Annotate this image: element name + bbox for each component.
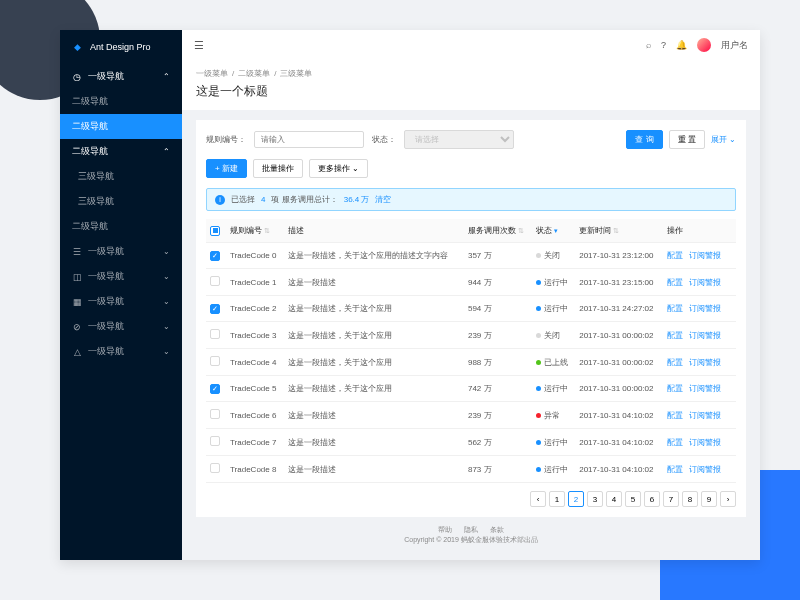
subscribe-link[interactable]: 订阅警报 [689,358,721,367]
sidebar-item-label: 二级导航 [72,145,108,158]
filter-bar: 规则编号： 状态： 请选择 查 询 重 置 展开 ⌄ [206,130,736,149]
cell-desc: 这是一段描述，关于这个应用的描述文字内容 [284,243,464,269]
cell-desc: 这是一段描述，关于这个应用 [284,376,464,402]
sidebar-item[interactable]: 二级导航 [60,114,182,139]
sidebar-item[interactable]: ◷一级导航⌃ [60,64,182,89]
table-row: TradeCode 6 这是一段描述 239 万 异常 2017-10-31 0… [206,402,736,429]
sidebar-item[interactable]: 三级导航 [60,164,182,189]
cell-status: 运行中 [532,456,575,483]
content: 规则编号： 状态： 请选择 查 询 重 置 展开 ⌄ + 新建 批量操作 更多操… [182,110,760,560]
clear-selection-link[interactable]: 清空 [375,194,391,205]
config-link[interactable]: 配置 [667,465,683,474]
nav-icon: ☰ [72,247,82,257]
sidebar-item[interactable]: ☰一级导航⌄ [60,239,182,264]
config-link[interactable]: 配置 [667,358,683,367]
breadcrumb-item[interactable]: 二级菜单 [238,69,270,78]
config-link[interactable]: 配置 [667,331,683,340]
menu-toggle-icon[interactable]: ☰ [194,39,204,52]
table-row: ✓ TradeCode 0 这是一段描述，关于这个应用的描述文字内容 357 万… [206,243,736,269]
expand-link[interactable]: 展开 ⌄ [711,134,736,145]
pager-page[interactable]: 8 [682,491,698,507]
sidebar-item[interactable]: 二级导航⌃ [60,139,182,164]
search-icon[interactable]: ⌕ [646,40,651,50]
row-checkbox[interactable] [210,276,220,286]
config-link[interactable]: 配置 [667,411,683,420]
new-button[interactable]: + 新建 [206,159,247,178]
breadcrumb-item[interactable]: 一级菜单 [196,69,228,78]
filter-status-select[interactable]: 请选择 [404,130,514,149]
sidebar-item[interactable]: 二级导航 [60,89,182,114]
bell-icon[interactable]: 🔔 [676,40,687,50]
pager-page[interactable]: 2 [568,491,584,507]
sort-icon[interactable]: ⇅ [264,227,270,234]
pager-page[interactable]: 1 [549,491,565,507]
select-all-checkbox[interactable] [210,226,220,236]
pager-page[interactable]: 6 [644,491,660,507]
sidebar-item[interactable]: ▦一级导航⌄ [60,289,182,314]
sidebar-item[interactable]: △一级导航⌄ [60,339,182,364]
row-checkbox[interactable]: ✓ [210,251,220,261]
subscribe-link[interactable]: 订阅警报 [689,278,721,287]
subscribe-link[interactable]: 订阅警报 [689,384,721,393]
breadcrumb-item[interactable]: 三级菜单 [280,69,312,78]
sidebar-item[interactable]: 三级导航 [60,189,182,214]
pager-page[interactable]: 3 [587,491,603,507]
config-link[interactable]: 配置 [667,438,683,447]
nav-icon: ▦ [72,297,82,307]
row-checkbox[interactable] [210,356,220,366]
sort-icon[interactable]: ⇅ [518,227,524,234]
sidebar-item[interactable]: ◫一级导航⌄ [60,264,182,289]
sidebar-item[interactable]: ⊘一级导航⌄ [60,314,182,339]
table-row: ✓ TradeCode 2 这是一段描述，关于这个应用 594 万 运行中 20… [206,296,736,322]
bulk-button[interactable]: 批量操作 [253,159,303,178]
chevron-icon: ⌄ [163,322,170,331]
row-checkbox[interactable] [210,409,220,419]
config-link[interactable]: 配置 [667,304,683,313]
cell-ops: 配置订阅警报 [663,376,736,402]
row-checkbox[interactable]: ✓ [210,384,220,394]
username[interactable]: 用户名 [721,39,748,52]
footer-link[interactable]: 隐私 [464,526,478,533]
reset-button[interactable]: 重 置 [669,130,705,149]
cell-calls: 239 万 [464,322,532,349]
table-row: TradeCode 1 这是一段描述 944 万 运行中 2017-10-31 … [206,269,736,296]
pager-page[interactable]: 9 [701,491,717,507]
subscribe-link[interactable]: 订阅警报 [689,465,721,474]
pager-page[interactable]: 4 [606,491,622,507]
subscribe-link[interactable]: 订阅警报 [689,331,721,340]
pager-page[interactable]: 5 [625,491,641,507]
brand-logo[interactable]: ◆ Ant Design Pro [60,30,182,64]
subscribe-link[interactable]: 订阅警报 [689,304,721,313]
row-checkbox[interactable] [210,329,220,339]
subscribe-link[interactable]: 订阅警报 [689,438,721,447]
config-link[interactable]: 配置 [667,384,683,393]
filter-icon[interactable]: ▾ [554,227,558,234]
col-calls: 服务调用次数⇅ [464,219,532,243]
cell-ops: 配置订阅警报 [663,402,736,429]
more-button[interactable]: 更多操作 ⌄ [309,159,368,178]
pager-page[interactable]: 7 [663,491,679,507]
sidebar-item[interactable]: 二级导航 [60,214,182,239]
filter-code-input[interactable] [254,131,364,148]
footer-link[interactable]: 帮助 [438,526,452,533]
cell-code: TradeCode 8 [226,456,284,483]
subscribe-link[interactable]: 订阅警报 [689,251,721,260]
row-checkbox[interactable]: ✓ [210,304,220,314]
cell-updated: 2017-10-31 04:10:02 [575,429,663,456]
nav-icon: ⊘ [72,322,82,332]
subscribe-link[interactable]: 订阅警报 [689,411,721,420]
cell-code: TradeCode 3 [226,322,284,349]
config-link[interactable]: 配置 [667,278,683,287]
pager-prev[interactable]: ‹ [530,491,546,507]
sort-icon[interactable]: ⇅ [613,227,619,234]
query-button[interactable]: 查 询 [626,130,662,149]
cell-updated: 2017-10-31 00:00:02 [575,376,663,402]
footer-link[interactable]: 条款 [490,526,504,533]
config-link[interactable]: 配置 [667,251,683,260]
row-checkbox[interactable] [210,463,220,473]
row-checkbox[interactable] [210,436,220,446]
data-table: 规则编号⇅ 描述 服务调用次数⇅ 状态▾ 更新时间⇅ 操作 ✓ TradeCod… [206,219,736,483]
pager-next[interactable]: › [720,491,736,507]
avatar[interactable] [697,38,711,52]
help-icon[interactable]: ? [661,40,666,50]
